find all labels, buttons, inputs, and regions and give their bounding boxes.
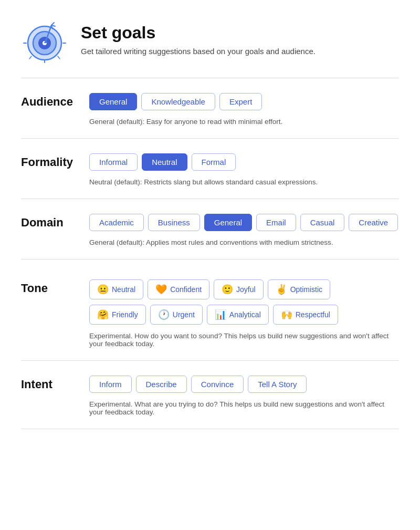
confident-emoji: 🧡 — [155, 284, 167, 295]
formality-content: Informal Neutral Formal Neutral (default… — [89, 153, 399, 186]
tone-neutral-label: Neutral — [112, 285, 135, 294]
intent-section: Intent Inform Describe Convince Tell A S… — [21, 361, 399, 429]
formality-btn-informal[interactable]: Informal — [89, 153, 138, 171]
formality-label: Formality — [21, 153, 89, 169]
intent-btn-inform[interactable]: Inform — [89, 376, 132, 393]
tone-label: Tone — [21, 279, 89, 295]
joyful-emoji: 🙂 — [222, 284, 233, 295]
tone-content: 😐 Neutral 🧡 Confident 🙂 Joyful ✌️ Optimi… — [89, 279, 399, 348]
intent-btn-tell-a-story[interactable]: Tell A Story — [248, 376, 307, 393]
page-description: Get tailored writing suggestions based o… — [81, 47, 316, 56]
intent-note: Experimental. What are you trying to do?… — [89, 400, 399, 416]
tone-friendly-label: Friendly — [112, 310, 138, 319]
urgent-emoji: 🕐 — [158, 309, 170, 320]
intent-btn-convince[interactable]: Convince — [191, 376, 244, 393]
tone-btn-analytical[interactable]: 📊 Analytical — [207, 305, 269, 325]
tone-confident-label: Confident — [170, 285, 202, 294]
domain-btn-academic[interactable]: Academic — [89, 214, 144, 231]
tone-row-2: 🤗 Friendly 🕐 Urgent 📊 Analytical 🙌 Respe… — [89, 305, 399, 325]
intent-label: Intent — [21, 376, 89, 391]
tone-urgent-label: Urgent — [173, 310, 195, 319]
domain-btn-group: Academic Business General Email Casual C… — [89, 214, 399, 231]
domain-label: Domain — [21, 214, 89, 230]
audience-section: Audience General Knowledgeable Expert Ge… — [21, 78, 399, 139]
tone-optimistic-label: Optimistic — [290, 285, 322, 294]
audience-btn-knowledgeable[interactable]: Knowledgeable — [141, 93, 215, 110]
domain-btn-business[interactable]: Business — [148, 214, 200, 231]
intent-btn-describe[interactable]: Describe — [136, 376, 187, 393]
tone-btn-respectful[interactable]: 🙌 Respectful — [273, 305, 338, 325]
respectful-emoji: 🙌 — [281, 309, 292, 320]
audience-btn-expert[interactable]: Expert — [219, 93, 262, 110]
audience-content: General Knowledgeable Expert General (de… — [89, 93, 399, 126]
neutral-emoji: 😐 — [97, 284, 109, 295]
domain-btn-casual[interactable]: Casual — [300, 214, 345, 231]
page-title: Set goals — [81, 23, 316, 43]
tone-btn-neutral[interactable]: 😐 Neutral — [89, 279, 143, 299]
tone-section: Tone 😐 Neutral 🧡 Confident 🙂 Joyful — [21, 259, 399, 361]
tone-note: Experimental. How do you want to sound? … — [89, 332, 399, 348]
tone-btn-optimistic[interactable]: ✌️ Optimistic — [268, 279, 330, 299]
target-icon — [21, 16, 68, 63]
tone-btn-urgent[interactable]: 🕐 Urgent — [150, 305, 203, 325]
domain-btn-email[interactable]: Email — [256, 214, 296, 231]
svg-line-15 — [58, 56, 60, 59]
audience-label: Audience — [21, 93, 89, 109]
formality-note: Neutral (default): Restricts slang but a… — [89, 178, 399, 186]
audience-note: General (default): Easy for anyone to re… — [89, 118, 399, 126]
tone-respectful-label: Respectful — [296, 310, 330, 319]
domain-section: Domain Academic Business General Email C… — [21, 199, 399, 259]
audience-btn-general[interactable]: General — [89, 93, 137, 110]
formality-btn-neutral[interactable]: Neutral — [142, 153, 187, 171]
tone-analytical-label: Analytical — [229, 310, 261, 319]
tone-rows: 😐 Neutral 🧡 Confident 🙂 Joyful ✌️ Optimi… — [89, 279, 399, 325]
header: Set goals Get tailored writing suggestio… — [21, 16, 399, 63]
domain-note: General (default): Applies most rules an… — [89, 238, 399, 246]
domain-content: Academic Business General Email Casual C… — [89, 214, 399, 246]
analytical-emoji: 📊 — [215, 309, 226, 320]
svg-line-14 — [29, 56, 32, 59]
optimistic-emoji: ✌️ — [276, 284, 287, 295]
page-container: Set goals Get tailored writing suggestio… — [0, 0, 420, 450]
audience-btn-group: General Knowledgeable Expert — [89, 93, 399, 110]
domain-btn-creative[interactable]: Creative — [349, 214, 398, 231]
tone-row-1: 😐 Neutral 🧡 Confident 🙂 Joyful ✌️ Optimi… — [89, 279, 399, 299]
tone-btn-joyful[interactable]: 🙂 Joyful — [214, 279, 264, 299]
friendly-emoji: 🤗 — [97, 309, 109, 320]
formality-btn-formal[interactable]: Formal — [192, 153, 236, 171]
intent-btn-group: Inform Describe Convince Tell A Story — [89, 376, 399, 393]
tone-joyful-label: Joyful — [236, 285, 256, 294]
domain-btn-general[interactable]: General — [204, 214, 252, 231]
intent-content: Inform Describe Convince Tell A Story Ex… — [89, 376, 399, 416]
tone-btn-friendly[interactable]: 🤗 Friendly — [89, 305, 146, 325]
tone-btn-confident[interactable]: 🧡 Confident — [148, 279, 209, 299]
header-text: Set goals Get tailored writing suggestio… — [81, 23, 316, 56]
formality-btn-group: Informal Neutral Formal — [89, 153, 399, 171]
formality-section: Formality Informal Neutral Formal Neutra… — [21, 139, 399, 199]
